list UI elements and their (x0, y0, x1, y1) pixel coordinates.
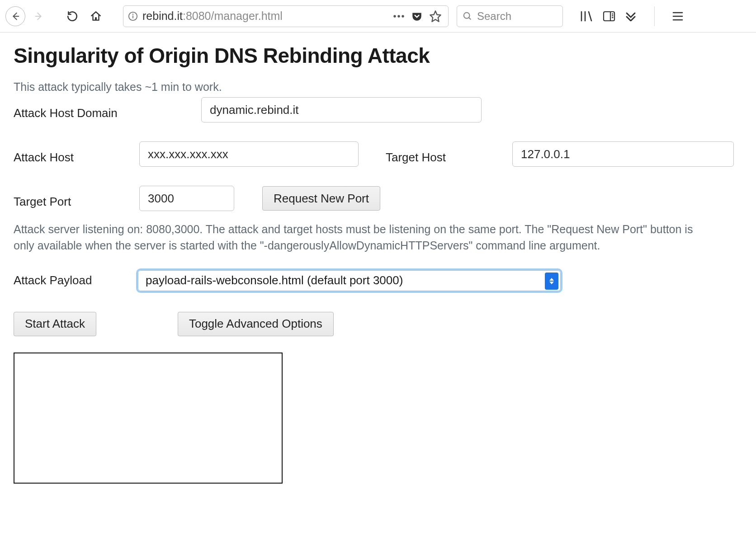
browser-toolbar: rebind.it:8080/manager.html Search (0, 0, 756, 33)
url-text: rebind.it:8080/manager.html (142, 9, 388, 23)
sidebar-icon[interactable] (603, 10, 615, 22)
forward-button[interactable] (29, 6, 49, 26)
star-icon[interactable] (429, 10, 442, 23)
address-bar[interactable]: rebind.it:8080/manager.html (123, 5, 449, 27)
search-placeholder: Search (477, 10, 511, 23)
start-attack-button[interactable]: Start Attack (14, 312, 96, 336)
svg-point-5 (132, 14, 134, 15)
label-attack-host-domain: Attack Host Domain (14, 100, 201, 120)
target-port-input[interactable] (139, 186, 234, 211)
svg-marker-9 (430, 11, 440, 21)
toggle-advanced-button[interactable]: Toggle Advanced Options (178, 312, 334, 336)
target-host-input[interactable] (512, 141, 734, 167)
overflow-icon[interactable] (625, 11, 637, 21)
home-button[interactable] (86, 6, 106, 26)
reload-button[interactable] (62, 6, 82, 26)
svg-point-10 (464, 12, 470, 18)
svg-point-8 (402, 15, 404, 17)
label-attack-host: Attack Host (14, 144, 139, 165)
info-icon (128, 11, 138, 21)
attack-host-domain-input[interactable] (201, 97, 482, 122)
page-subtitle: This attack typically takes ~1 min to wo… (14, 80, 742, 94)
back-button[interactable] (5, 6, 25, 26)
svg-line-11 (469, 17, 471, 19)
label-target-host: Target Host (386, 144, 512, 165)
label-target-port: Target Port (14, 188, 139, 209)
port-helptext: Attack server listening on: 8080,3000. T… (14, 221, 710, 254)
svg-point-6 (393, 15, 396, 17)
library-icon[interactable] (580, 10, 593, 22)
output-box (14, 353, 283, 484)
page-title: Singularity of Origin DNS Rebinding Atta… (14, 43, 742, 68)
page-content: Singularity of Origin DNS Rebinding Atta… (0, 33, 756, 492)
attack-payload-select[interactable]: payload-rails-webconsole.html (default p… (138, 270, 561, 291)
menu-icon[interactable] (672, 11, 684, 21)
more-icon[interactable] (393, 14, 405, 19)
select-chevron-icon (545, 273, 558, 290)
svg-rect-2 (95, 17, 97, 20)
request-new-port-button[interactable]: Request New Port (262, 186, 380, 211)
pocket-icon[interactable] (411, 10, 423, 22)
attack-payload-value: payload-rails-webconsole.html (default p… (146, 273, 403, 287)
label-attack-payload: Attack Payload (14, 273, 129, 287)
search-bar[interactable]: Search (457, 5, 563, 27)
svg-point-7 (397, 15, 400, 17)
search-icon (463, 11, 472, 21)
toolbar-divider (654, 6, 655, 26)
attack-host-input[interactable] (139, 141, 359, 167)
svg-line-14 (589, 12, 591, 21)
